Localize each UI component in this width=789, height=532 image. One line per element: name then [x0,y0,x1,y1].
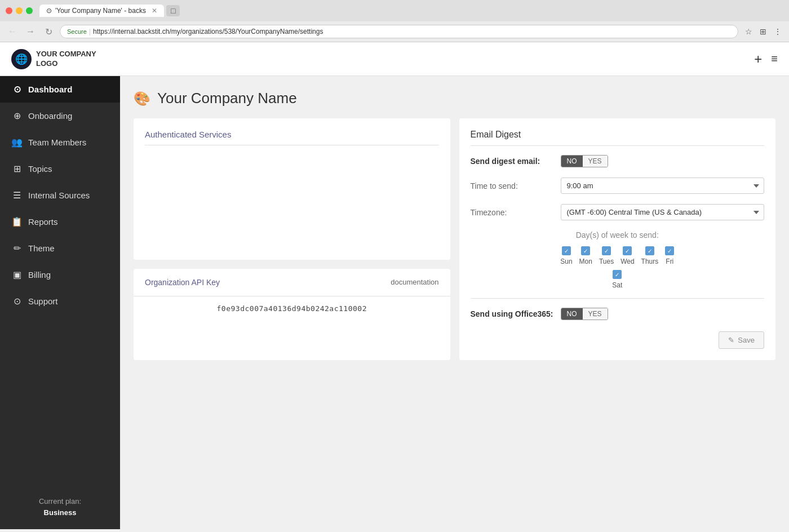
divider [471,298,765,299]
minimize-dot[interactable] [16,7,23,14]
hamburger-menu-button[interactable]: ≡ [771,52,778,65]
sidebar: ⊙ Dashboard ⊕ Onboarding 👥 Team Members … [0,76,120,529]
thurs-checkbox[interactable] [645,246,654,255]
sidebar-item-billing[interactable]: ▣ Billing [0,261,120,288]
sat-checkbox[interactable] [613,270,622,279]
logo-text: YOUR COMPANY LOGO [36,50,96,69]
sidebar-item-onboarding[interactable]: ⊕ Onboarding [0,103,120,129]
send-digest-toggle[interactable]: NO YES [561,155,608,167]
authenticated-services-card: Authenticated Services [134,118,450,260]
theme-icon: ✏ [11,243,23,254]
logo-line1: YOUR COMPANY [36,50,96,59]
day-fri: Fri [665,246,674,265]
fri-checkbox[interactable] [665,246,674,255]
sidebar-label-dashboard: Dashboard [28,85,72,94]
close-dot[interactable] [6,7,12,14]
onboarding-icon: ⊕ [11,110,23,121]
time-to-send-label: Time to send: [471,181,561,190]
sidebar-item-topics[interactable]: ⊞ Topics [0,156,120,182]
browser-toolbar: ← → ↻ Secure | https://internal.backstit… [0,21,789,42]
maximize-dot[interactable] [26,7,33,14]
billing-icon: ▣ [11,269,23,280]
sidebar-item-support[interactable]: ⊙ Support [0,288,120,314]
timezone-label: Timezone: [471,208,561,217]
current-plan-label: Current plan: [39,497,81,506]
timezone-select[interactable]: (GMT -6:00) Central Time (US & Canada) [561,204,765,220]
logo-globe: 🌐 [11,49,32,69]
logo-line2: LOGO [36,59,96,69]
timezone-row: Timezone: (GMT -6:00) Central Time (US &… [471,204,765,220]
sun-checkbox[interactable] [562,246,571,255]
office365-yes-button[interactable]: YES [583,308,608,320]
topics-icon: ⊞ [11,163,23,174]
sidebar-label-billing: Billing [28,270,51,280]
sidebar-label-support: Support [28,296,58,306]
api-doc-link[interactable]: documentation [391,278,438,286]
send-digest-no-button[interactable]: NO [561,156,583,167]
browser-toolbar-right: ☆ ⊞ ⋮ [743,26,783,37]
tues-checkbox[interactable] [602,246,611,255]
star-icon[interactable]: ☆ [743,26,754,37]
fri-label: Fri [666,258,673,265]
api-key-top: Organization API Key documentation [134,269,450,296]
day-thurs: Thurs [641,246,659,265]
page-title: Your Company Name [157,90,297,107]
save-button[interactable]: ✎ Save [719,331,764,349]
save-icon: ✎ [728,336,734,344]
save-row: ✎ Save [471,331,765,349]
sidebar-item-team-members[interactable]: 👥 Team Members [0,129,120,156]
thurs-label: Thurs [641,258,659,265]
days-of-week-label: Day(s) of week to send: [471,230,765,240]
new-tab-button[interactable]: □ [166,5,180,16]
sidebar-item-theme[interactable]: ✏ Theme [0,235,120,261]
secure-label: Secure [67,28,87,35]
app-logo: 🌐 YOUR COMPANY LOGO [11,49,96,69]
sidebar-label-theme: Theme [28,243,55,253]
dashboard-icon: ⊙ [11,84,23,95]
office365-no-button[interactable]: NO [561,308,583,320]
forward-button[interactable]: → [24,25,37,38]
sidebar-item-dashboard[interactable]: ⊙ Dashboard [0,76,120,103]
wed-checkbox[interactable] [623,246,632,255]
sidebar-item-internal-sources[interactable]: ☰ Internal Sources [0,182,120,209]
back-button[interactable]: ← [6,25,19,38]
mon-checkbox[interactable] [581,246,590,255]
time-to-send-select[interactable]: 9:00 am [561,178,765,194]
wed-label: Wed [620,258,634,265]
refresh-button[interactable]: ↻ [42,25,55,38]
address-bar[interactable]: Secure | https://internal.backstit.ch/my… [60,25,738,38]
page-title-row: 🎨 Your Company Name [134,90,775,107]
api-key-value: f0e93dc007a40136d94b0242ac110002 [134,296,450,321]
sun-label: Sun [560,258,572,265]
send-digest-yes-button[interactable]: YES [583,156,608,167]
send-office365-toggle[interactable]: NO YES [561,308,608,320]
sidebar-label-topics: Topics [28,164,52,174]
sat-label: Sat [612,281,622,289]
days-row2: Sat [471,270,765,289]
browser-tab[interactable]: ⊙ 'Your Company Name' - backs ✕ [39,5,164,17]
tab-title: 'Your Company Name' - backs [55,7,146,15]
team-members-icon: 👥 [11,137,23,148]
extension-icon[interactable]: ⊞ [757,26,769,37]
internal-sources-icon: ☰ [11,190,23,201]
authenticated-services-title: Authenticated Services [145,130,439,145]
header-actions: + ≡ [754,51,778,67]
day-wed: Wed [620,246,634,265]
email-digest-card: Email Digest Send digest email: NO YES T… [459,118,776,360]
time-to-send-row: Time to send: 9:00 am [471,178,765,194]
browser-chrome: ⊙ 'Your Company Name' - backs ✕ □ ← → ↻ … [0,0,789,42]
days-grid: Sun Mon Tues Wed [471,246,765,265]
current-plan-value: Business [11,507,109,518]
sidebar-label-internal-sources: Internal Sources [28,190,90,200]
day-sun: Sun [560,246,572,265]
menu-icon[interactable]: ⋮ [772,26,783,37]
tab-close-icon[interactable]: ✕ [152,7,157,15]
day-mon: Mon [579,246,592,265]
send-office365-label: Send using Office365: [471,309,561,318]
reports-icon: 📋 [11,216,23,227]
sidebar-item-reports[interactable]: 📋 Reports [0,209,120,235]
address-separator: | [89,28,91,36]
content-grid: Authenticated Services Email Digest Send… [134,118,775,360]
save-label: Save [738,336,755,344]
add-button[interactable]: + [754,51,762,67]
